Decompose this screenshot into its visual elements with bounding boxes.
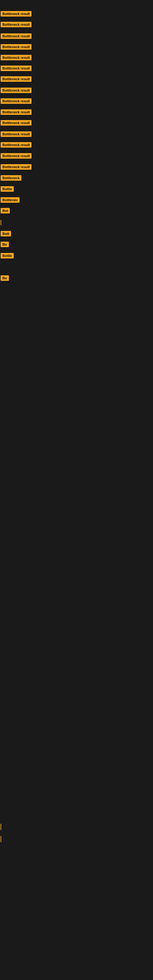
bottleneck-badge: Bot bbox=[1, 208, 10, 213]
bottleneck-badge: Bottleneck result bbox=[1, 88, 32, 93]
bottleneck-badge: Bottleneck result bbox=[1, 131, 32, 137]
bottleneck-badge: Bottleneck result bbox=[1, 44, 32, 49]
bottleneck-badge: Bottleneck result bbox=[1, 22, 32, 27]
bottleneck-badge: Bottleneck result bbox=[1, 98, 32, 104]
vline-marker-2 bbox=[1, 836, 1, 842]
bottleneck-badge: Bottleneck result bbox=[1, 11, 32, 16]
bottleneck-badge: Bottle bbox=[1, 186, 14, 192]
site-title bbox=[0, 0, 153, 4]
vline-marker bbox=[1, 220, 1, 225]
bottleneck-badge: Bottleneck result bbox=[1, 142, 32, 148]
bottleneck-badge: Bottleneck result bbox=[1, 109, 32, 115]
bottleneck-badge: Bottleneck result bbox=[1, 153, 32, 159]
bottleneck-badge: Bottleneck result bbox=[1, 76, 32, 82]
bottleneck-badge: Bottleneck result bbox=[1, 120, 32, 126]
vline-marker-1 bbox=[1, 824, 1, 830]
bottleneck-badge: Bottleneck result bbox=[1, 55, 32, 60]
bottleneck-badge: Bottleneck result bbox=[1, 33, 32, 39]
bottleneck-badge: Bottleneck result bbox=[1, 65, 32, 71]
bottleneck-badge: Bott bbox=[1, 231, 11, 236]
bottleneck-badge: Bottlenec bbox=[1, 197, 19, 203]
bottleneck-badge: Bottle bbox=[1, 253, 14, 258]
bottleneck-badge: Bottleneck bbox=[1, 175, 21, 181]
bottleneck-badge: Bottleneck result bbox=[1, 164, 32, 170]
bottleneck-badge: Bo bbox=[1, 275, 9, 281]
bottleneck-badge: Bo bbox=[1, 242, 9, 247]
